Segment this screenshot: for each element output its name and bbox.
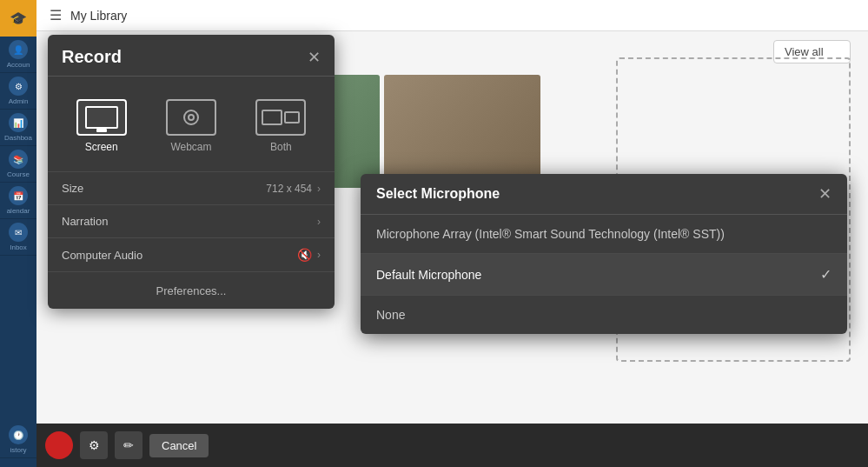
webcam-mode-label: Webcam bbox=[170, 141, 211, 153]
mic-option-none-label: None bbox=[376, 308, 405, 322]
record-button[interactable] bbox=[45, 431, 73, 459]
pencil-button[interactable]: ✏ bbox=[115, 431, 142, 459]
gear-icon: ⚙ bbox=[89, 438, 100, 452]
courses-icon: 📚 bbox=[9, 150, 28, 169]
sidebar-item-courses[interactable]: 📚 Course bbox=[0, 146, 36, 183]
both-mode-icon bbox=[255, 99, 306, 136]
both-screen-shape bbox=[262, 110, 282, 125]
logo-icon: 🎓 bbox=[10, 10, 27, 27]
sidebar-item-inbox[interactable]: ✉ Inbox bbox=[0, 219, 36, 256]
sidebar-item-history[interactable]: 🕐 istory bbox=[0, 422, 36, 458]
sidebar-label-courses: Course bbox=[7, 170, 30, 178]
computer-audio-right: 🔇 › bbox=[297, 248, 321, 262]
record-panel: Record ✕ Screen bbox=[48, 35, 335, 309]
size-option-row[interactable]: Size 712 x 454 › bbox=[48, 172, 335, 205]
bottom-toolbar: ⚙ ✏ Cancel bbox=[36, 424, 868, 467]
mode-webcam[interactable]: Webcam bbox=[157, 94, 225, 158]
cancel-button[interactable]: Cancel bbox=[149, 434, 209, 457]
both-cam-shape bbox=[284, 111, 300, 123]
calendar-icon: 📅 bbox=[9, 186, 28, 205]
preferences-button[interactable]: Preferences... bbox=[62, 284, 321, 297]
mode-both[interactable]: Both bbox=[247, 94, 315, 158]
sidebar-label-account: Accoun bbox=[7, 61, 30, 69]
gear-button[interactable]: ⚙ bbox=[80, 431, 108, 459]
computer-audio-option-row[interactable]: Computer Audio 🔇 › bbox=[48, 238, 335, 272]
screen-mode-label: Screen bbox=[85, 141, 118, 153]
record-header: Record ✕ bbox=[48, 35, 335, 77]
history-icon: 🕐 bbox=[9, 425, 28, 444]
both-mode-label: Both bbox=[270, 141, 292, 153]
admin-icon: ⚙ bbox=[9, 77, 28, 96]
webcam-shape bbox=[183, 110, 199, 125]
record-options: Size 712 x 454 › Narration › Computer Au… bbox=[48, 172, 335, 272]
sidebar-logo: 🎓 bbox=[0, 0, 36, 37]
mic-modal-title: Select Microphone bbox=[376, 186, 500, 202]
mic-modal-header: Select Microphone ✕ bbox=[361, 174, 847, 215]
mode-screen[interactable]: Screen bbox=[68, 94, 136, 158]
narration-chevron-icon: › bbox=[317, 216, 321, 228]
sidebar-item-calendar[interactable]: 📅 alendar bbox=[0, 183, 36, 219]
mic-option-default[interactable]: Default Microphone ✓ bbox=[361, 254, 847, 296]
app-background: 🎓 👤 Accoun ⚙ Admin 📊 Dashboa 📚 Course 📅 … bbox=[0, 0, 868, 467]
narration-option-row[interactable]: Narration › bbox=[48, 205, 335, 238]
screen-mode-icon bbox=[76, 99, 127, 136]
mic-option-default-label: Default Microphone bbox=[376, 268, 481, 282]
sidebar-bottom: 🕐 istory bbox=[0, 422, 36, 467]
dashboard-icon: 📊 bbox=[9, 113, 28, 132]
webcam-lens bbox=[183, 110, 199, 125]
thumbnail-3 bbox=[384, 75, 540, 188]
mic-modal: Select Microphone ✕ Microphone Array (In… bbox=[361, 174, 847, 334]
sidebar: 🎓 👤 Accoun ⚙ Admin 📊 Dashboa 📚 Course 📅 … bbox=[0, 0, 36, 467]
size-label: Size bbox=[62, 182, 83, 195]
sidebar-label-inbox: Inbox bbox=[10, 244, 27, 251]
webcam-mode-icon bbox=[166, 99, 216, 136]
record-modes: Screen Webcam bbox=[48, 77, 335, 172]
mic-option-intel[interactable]: Microphone Array (Intel® Smart Sound Tec… bbox=[361, 215, 847, 254]
record-panel-title: Record bbox=[62, 47, 122, 67]
sidebar-item-dashboard[interactable]: 📊 Dashboa bbox=[0, 110, 36, 146]
topbar: ☰ My Library bbox=[36, 0, 868, 31]
preferences-row: Preferences... bbox=[48, 272, 335, 309]
size-value: 712 x 454 bbox=[266, 183, 312, 195]
sidebar-label-history: istory bbox=[10, 446, 26, 454]
mic-check-icon: ✓ bbox=[820, 266, 832, 283]
both-shape bbox=[262, 110, 300, 125]
narration-right: › bbox=[317, 216, 321, 228]
computer-audio-chevron-icon: › bbox=[317, 249, 321, 261]
inbox-icon: ✉ bbox=[9, 223, 28, 242]
mic-modal-close-button[interactable]: ✕ bbox=[818, 186, 832, 202]
mic-option-none[interactable]: None bbox=[361, 296, 847, 334]
size-chevron-icon: › bbox=[317, 183, 321, 195]
computer-audio-label: Computer Audio bbox=[62, 249, 142, 262]
webcam-lens-inner bbox=[188, 114, 195, 121]
page-title: My Library bbox=[70, 9, 127, 23]
sidebar-label-calendar: alendar bbox=[7, 207, 30, 215]
narration-label: Narration bbox=[62, 215, 108, 228]
sidebar-label-admin: Admin bbox=[9, 97, 29, 105]
record-close-button[interactable]: ✕ bbox=[308, 50, 321, 65]
account-icon: 👤 bbox=[9, 40, 28, 59]
size-right: 712 x 454 › bbox=[266, 183, 321, 195]
hamburger-icon[interactable]: ☰ bbox=[50, 7, 62, 23]
sidebar-label-dashboard: Dashboa bbox=[4, 134, 32, 142]
mic-option-intel-label: Microphone Array (Intel® Smart Sound Tec… bbox=[376, 227, 725, 241]
pencil-icon: ✏ bbox=[123, 438, 134, 452]
screen-shape bbox=[85, 106, 118, 129]
mute-icon: 🔇 bbox=[297, 248, 312, 262]
sidebar-item-admin[interactable]: ⚙ Admin bbox=[0, 73, 36, 110]
sidebar-item-account[interactable]: 👤 Accoun bbox=[0, 37, 36, 73]
